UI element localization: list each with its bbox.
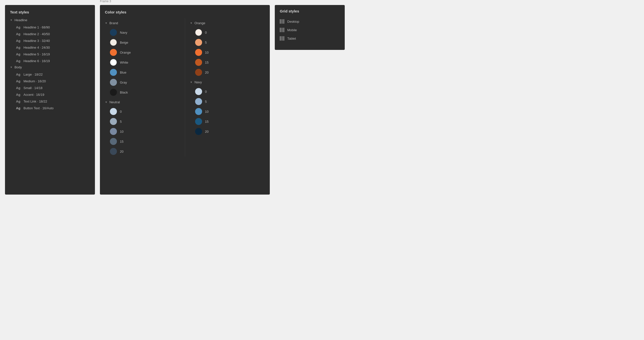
- orange-0-swatch: [195, 29, 202, 36]
- color-name: 0: [205, 31, 207, 34]
- list-item: Beige: [105, 37, 180, 47]
- list-item: Ag Small · 14/18: [10, 85, 90, 91]
- ag-icon: Ag: [16, 86, 21, 90]
- ag-icon: Ag: [16, 46, 21, 49]
- color-name: 10: [205, 110, 208, 114]
- ag-icon: Ag: [16, 93, 21, 97]
- orange-swatch: [110, 49, 117, 56]
- orange-chevron: ▼: [190, 22, 192, 24]
- list-item: 5: [190, 37, 265, 47]
- text-styles-panel: Text styles ▼ Headline Ag Headline 1 · 6…: [5, 5, 95, 194]
- list-item: Tablet: [280, 34, 340, 43]
- color-name: 10: [120, 130, 124, 134]
- list-item: Ag Headline 5 · 16/19: [10, 51, 90, 58]
- style-label: Accent · 16/19: [24, 93, 44, 97]
- list-item: 10: [190, 47, 265, 57]
- ag-icon: Ag: [16, 52, 21, 56]
- grid-name: Desktop: [287, 20, 299, 23]
- black-swatch: [110, 89, 117, 96]
- color-styles-title: Color styles: [105, 10, 265, 14]
- neutral-10-swatch: [110, 128, 117, 135]
- list-item: Mobile: [280, 26, 340, 34]
- list-item: Gray: [105, 77, 180, 87]
- ag-icon: Ag: [16, 39, 21, 43]
- orange-section-header[interactable]: ▼ Orange: [190, 21, 265, 25]
- list-item: 10: [105, 127, 180, 137]
- list-item: 20: [190, 67, 265, 77]
- navy-section-header[interactable]: ▼ Navy: [190, 80, 265, 84]
- style-label: Headline 1 · 68/90: [24, 25, 50, 29]
- list-item: Orange: [105, 47, 180, 57]
- color-name: 5: [205, 100, 207, 104]
- navy-20-swatch: [195, 128, 202, 135]
- style-label: Headline 5 · 16/19: [24, 52, 50, 56]
- navy-0-swatch: [195, 88, 202, 95]
- color-name: 0: [205, 90, 207, 94]
- neutral-20-swatch: [110, 148, 117, 155]
- list-item: Ag Headline 6 · 16/19: [10, 58, 90, 64]
- grid-styles-title: Grid styles: [280, 9, 340, 13]
- headline-section-header[interactable]: ▼ Headline: [10, 18, 90, 22]
- grid-name: Mobile: [287, 28, 297, 32]
- list-item: White: [105, 57, 180, 67]
- color-name: 15: [205, 120, 208, 124]
- neutral-15-swatch: [110, 138, 117, 145]
- list-item: Desktop: [280, 17, 340, 26]
- color-name: 5: [120, 120, 122, 124]
- style-label: Headline 2 · 40/50: [24, 32, 50, 36]
- color-name: 20: [205, 130, 208, 134]
- neutral-section-header[interactable]: ▼ Neutral: [105, 100, 180, 104]
- color-styles-panel: Color styles ▼ Brand Navy Beige: [100, 5, 270, 194]
- style-label: Button Text · 16/Auto: [24, 106, 54, 110]
- ag-icon: Ag: [16, 73, 21, 76]
- gray-swatch: [110, 79, 117, 86]
- list-item: 15: [105, 137, 180, 147]
- ag-icon: Ag: [16, 106, 21, 110]
- mobile-grid-icon: [280, 28, 284, 32]
- list-item: 5: [105, 117, 180, 127]
- color-right-column: ▼ Orange 0 5 10 15: [185, 18, 265, 157]
- color-name: 15: [120, 140, 124, 144]
- style-label: Headline 6 · 16/19: [24, 59, 50, 63]
- list-item: 10: [190, 107, 265, 117]
- list-item: Black: [105, 87, 180, 97]
- list-item: Ag Headline 2 · 40/50: [10, 31, 90, 37]
- color-name: 0: [120, 110, 122, 114]
- list-item: Navy: [105, 27, 180, 37]
- blue-swatch: [110, 69, 117, 76]
- list-item: Ag Headline 1 · 68/90: [10, 24, 90, 31]
- list-item: Ag Accent · 16/19: [10, 91, 90, 98]
- color-name: White: [120, 61, 128, 64]
- neutral-0-swatch: [110, 108, 117, 115]
- beige-swatch: [110, 39, 117, 46]
- ag-icon: Ag: [16, 25, 21, 29]
- list-item: 0: [190, 27, 265, 37]
- orange-5-swatch: [195, 39, 202, 46]
- brand-chevron: ▼: [105, 22, 108, 24]
- body-section-label: Body: [14, 65, 22, 69]
- list-item: Ag Button Text · 16/Auto: [10, 105, 90, 112]
- navy-10-swatch: [195, 108, 202, 115]
- grid-name: Tablet: [287, 37, 296, 40]
- list-item: Ag Headline 3 · 32/40: [10, 37, 90, 44]
- headline-section-label: Headline: [14, 18, 27, 22]
- white-swatch: [110, 59, 117, 66]
- neutral-section-label: Neutral: [110, 100, 120, 104]
- ag-icon: Ag: [16, 100, 21, 103]
- list-item: 5: [190, 97, 265, 107]
- ag-icon: Ag: [16, 32, 21, 36]
- color-name: 15: [205, 61, 208, 64]
- body-section-header[interactable]: ▼ Body: [10, 65, 90, 69]
- color-name: Beige: [120, 41, 128, 44]
- text-styles-title: Text styles: [10, 10, 90, 14]
- orange-20-swatch: [195, 69, 202, 76]
- desktop-grid-icon: [280, 19, 284, 24]
- brand-section-header[interactable]: ▼ Brand: [105, 21, 180, 25]
- color-name: 10: [205, 51, 208, 54]
- color-name: Orange: [120, 51, 131, 54]
- list-item: 0: [190, 87, 265, 97]
- color-name: Black: [120, 91, 128, 94]
- style-label: Headline 4 · 24/30: [24, 46, 50, 49]
- color-name: Blue: [120, 71, 126, 74]
- grid-styles-panel: Grid styles Desktop Mobile Tablet: [275, 5, 345, 50]
